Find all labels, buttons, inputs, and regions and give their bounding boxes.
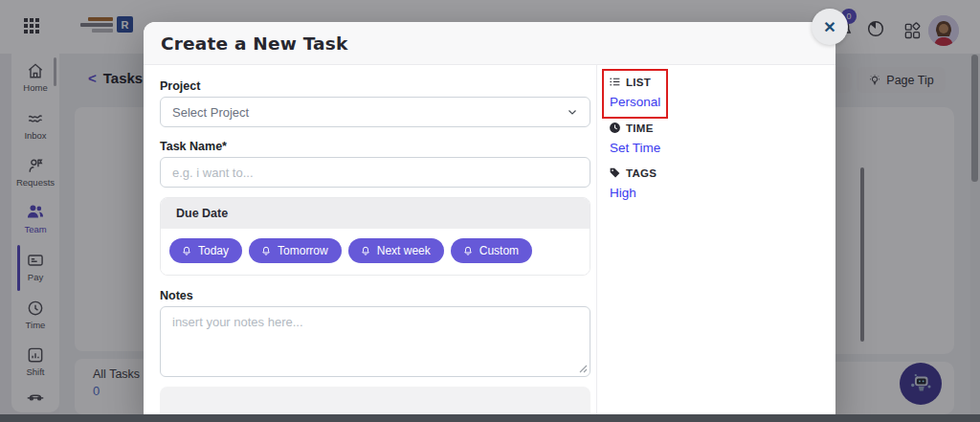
- notes-textarea[interactable]: [160, 306, 590, 377]
- create-task-modal: ✕ Create a New Task Project Select Proje…: [144, 22, 835, 422]
- bell-icon: [181, 245, 192, 257]
- due-date-label: Due Date: [161, 198, 590, 229]
- window-bottom-edge: [0, 414, 980, 422]
- close-icon[interactable]: ✕: [812, 9, 848, 45]
- time-section: TIME Set Time: [609, 122, 835, 157]
- due-date-card: Due Date Today Tomorrow Next week: [160, 197, 590, 276]
- task-side-panel: LIST Personal TIME Set Time: [596, 65, 835, 421]
- list-value-link[interactable]: Personal: [610, 95, 660, 109]
- time-section-header: TIME: [609, 122, 835, 134]
- notes-label: Notes: [160, 289, 590, 302]
- due-today-button[interactable]: Today: [169, 238, 242, 263]
- time-header-label: TIME: [626, 122, 654, 134]
- project-select[interactable]: Select Project: [160, 97, 590, 127]
- list-header-label: LIST: [626, 77, 651, 88]
- modal-header: Create a New Task: [144, 22, 835, 65]
- task-form: Project Select Project Task Name* Due Da…: [144, 65, 596, 421]
- tags-section-header: TAGS: [609, 167, 835, 179]
- project-label: Project: [160, 79, 590, 93]
- tags-value-link[interactable]: High: [610, 186, 636, 200]
- screen: R 0: [0, 0, 980, 422]
- bell-icon: [462, 245, 474, 257]
- clock-icon: [609, 122, 621, 134]
- due-custom-label: Custom: [479, 244, 519, 257]
- tags-header-label: TAGS: [626, 167, 657, 179]
- time-value-link[interactable]: Set Time: [610, 141, 660, 155]
- due-next-week-button[interactable]: Next week: [348, 238, 444, 263]
- tag-icon: [609, 167, 621, 179]
- project-select-value: Select Project: [172, 105, 249, 120]
- due-next-week-label: Next week: [377, 244, 431, 257]
- list-section-header: LIST: [609, 76, 662, 88]
- task-name-label: Task Name*: [160, 140, 590, 153]
- due-tomorrow-label: Tomorrow: [278, 244, 328, 257]
- due-today-label: Today: [198, 244, 229, 257]
- list-section-annotated: LIST Personal: [602, 69, 668, 119]
- bell-icon: [260, 245, 272, 257]
- chevron-down-icon: [567, 106, 578, 118]
- list-icon: [609, 76, 621, 88]
- task-name-input[interactable]: [160, 157, 590, 188]
- due-custom-button[interactable]: Custom: [451, 238, 532, 263]
- modal-title: Create a New Task: [161, 33, 347, 54]
- due-tomorrow-button[interactable]: Tomorrow: [249, 238, 342, 263]
- bell-icon: [360, 245, 371, 257]
- tags-section: TAGS High: [609, 167, 835, 202]
